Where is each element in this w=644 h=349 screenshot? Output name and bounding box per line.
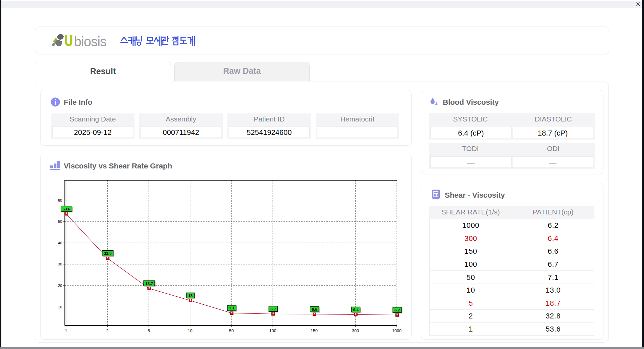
- svg-text:13: 13: [188, 293, 193, 298]
- svg-text:10: 10: [58, 305, 62, 309]
- svg-text:2: 2: [106, 329, 109, 333]
- svg-text:6.4: 6.4: [353, 307, 359, 312]
- svg-text:50: 50: [58, 219, 62, 223]
- svg-text:5: 5: [148, 329, 150, 333]
- svg-text:150: 150: [311, 329, 318, 333]
- svg-text:60: 60: [58, 198, 62, 202]
- svg-text:53.6: 53.6: [63, 206, 70, 211]
- svg-text:30: 30: [58, 262, 62, 266]
- svg-text:6.7: 6.7: [270, 306, 276, 311]
- svg-text:20: 20: [58, 284, 62, 288]
- svg-text:18.7: 18.7: [145, 281, 153, 286]
- svg-text:10: 10: [188, 329, 193, 333]
- svg-text:biosis: biosis: [74, 34, 107, 49]
- svg-text:300: 300: [352, 329, 359, 333]
- svg-text:1: 1: [65, 329, 67, 333]
- svg-text:6.2: 6.2: [394, 307, 400, 312]
- svg-text:6.6: 6.6: [312, 307, 317, 312]
- svg-text:40: 40: [58, 241, 62, 245]
- svg-text:1000: 1000: [392, 329, 401, 333]
- svg-text:32.8: 32.8: [104, 251, 112, 256]
- svg-text:100: 100: [269, 329, 276, 333]
- svg-text:50: 50: [229, 329, 234, 333]
- svg-text:7.1: 7.1: [229, 305, 234, 310]
